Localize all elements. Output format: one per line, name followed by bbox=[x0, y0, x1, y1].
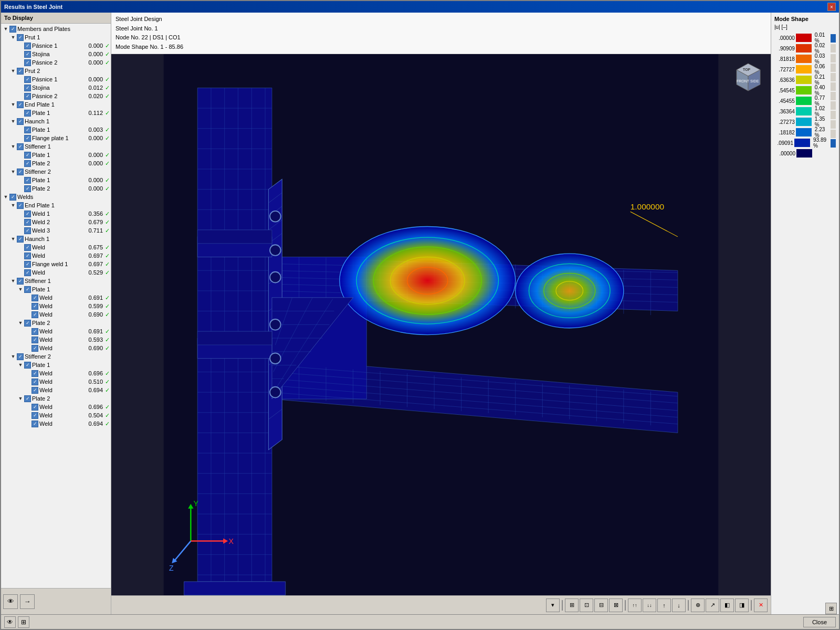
tree-item-s2p2w2[interactable]: Weld 0.504 ✓ bbox=[2, 411, 110, 419]
tree-item-haunch1-plate1[interactable]: Plate 1 0.003 ✓ bbox=[2, 125, 110, 134]
tree-item-s1p2w1[interactable]: Weld 0.691 ✓ bbox=[2, 327, 110, 335]
tree-item-weld2[interactable]: Weld 2 0.679 ✓ bbox=[2, 218, 110, 226]
tree-item-s1p2w2[interactable]: Weld 0.593 ✓ bbox=[2, 335, 110, 344]
tree-item-weld3[interactable]: Weld 3 0.711 ✓ bbox=[2, 226, 110, 235]
tree-item-haunch1-flangeplate1[interactable]: Flange plate 1 0.000 ✓ bbox=[2, 134, 110, 142]
cb[interactable] bbox=[32, 379, 38, 385]
cb[interactable] bbox=[32, 412, 38, 419]
tree-item-haunch1-weld3[interactable]: Weld 0.529 ✓ bbox=[2, 268, 110, 277]
cb[interactable] bbox=[24, 76, 31, 83]
cb[interactable] bbox=[17, 68, 24, 75]
toolbar-right[interactable]: ◨ bbox=[735, 598, 749, 612]
tree-item-welds[interactable]: ▼ Welds bbox=[2, 193, 110, 201]
cb[interactable] bbox=[24, 269, 31, 276]
tree-item-stiffener1-plate1[interactable]: Plate 1 0.000 ✓ bbox=[2, 151, 110, 159]
cb[interactable] bbox=[24, 320, 31, 327]
cb[interactable] bbox=[32, 303, 38, 310]
cb[interactable] bbox=[24, 160, 31, 167]
navigate-button[interactable]: → bbox=[20, 594, 35, 609]
cb[interactable] bbox=[24, 85, 31, 91]
toolbar-left[interactable]: ◧ bbox=[720, 598, 734, 612]
cb[interactable] bbox=[9, 194, 16, 201]
toolbar-x[interactable]: ✕ bbox=[754, 598, 768, 612]
tree-item-stiffener2[interactable]: ▼ Stiffener 2 bbox=[2, 167, 110, 176]
tree-item-haunch1-weld2[interactable]: Weld 0.697 ✓ bbox=[2, 251, 110, 260]
cb[interactable] bbox=[32, 295, 38, 301]
tree-item-prut1-pasnice2[interactable]: Pásnice 2 0.000 ✓ bbox=[2, 58, 110, 67]
tree-item-welds-stiffener2[interactable]: ▼ Stiffener 2 bbox=[2, 352, 110, 361]
cb[interactable] bbox=[17, 118, 24, 125]
members-checkbox[interactable] bbox=[9, 26, 16, 33]
tree-item-welds-stiffener1[interactable]: ▼ Stiffener 1 bbox=[2, 277, 110, 285]
tree-item-haunch1-weld1[interactable]: Weld 0.675 ✓ bbox=[2, 243, 110, 251]
cb[interactable] bbox=[24, 219, 31, 226]
toolbar-select[interactable]: ⊡ bbox=[580, 598, 593, 612]
cb[interactable] bbox=[24, 177, 31, 184]
tree-container[interactable]: ▼ Members and Plates ▼ Prut 1 Pásnice 1 … bbox=[1, 24, 111, 588]
toolbar-up[interactable]: ↑ bbox=[657, 598, 671, 612]
cb[interactable] bbox=[32, 370, 38, 377]
prut1-checkbox[interactable] bbox=[17, 34, 24, 41]
toolbar-cancel[interactable]: ⊠ bbox=[609, 598, 623, 612]
cb[interactable] bbox=[24, 261, 31, 268]
cb[interactable] bbox=[24, 395, 31, 402]
tree-item-haunch1-flangeweld1[interactable]: Flange weld 1 0.697 ✓ bbox=[2, 260, 110, 268]
expand-prut1[interactable]: ▼ bbox=[9, 34, 17, 41]
cb[interactable] bbox=[32, 404, 38, 411]
tree-item-prut1[interactable]: ▼ Prut 1 bbox=[2, 33, 110, 41]
tree-item-s1p1w3[interactable]: Weld 0.690 ✓ bbox=[2, 310, 110, 319]
tree-item-s1p2w3[interactable]: Weld 0.690 ✓ bbox=[2, 344, 110, 352]
cb[interactable] bbox=[24, 185, 31, 192]
legend-settings-button[interactable]: ⊞ bbox=[825, 603, 837, 614]
cb[interactable] bbox=[17, 353, 24, 360]
tree-item-weld1[interactable]: Weld 1 0.356 ✓ bbox=[2, 209, 110, 218]
tree-item-s2p2w3[interactable]: Weld 0.694 ✓ bbox=[2, 419, 110, 428]
tree-item-stiffener2-plate2[interactable]: Plate 2 0.000 ✓ bbox=[2, 184, 110, 193]
cb[interactable] bbox=[32, 311, 38, 318]
tree-item-prut1-stojina[interactable]: Stojina 0.000 ✓ bbox=[2, 50, 110, 58]
cb[interactable] bbox=[24, 227, 31, 234]
cb[interactable] bbox=[17, 143, 24, 150]
tree-item-welds-endplate1[interactable]: ▼ End Plate 1 bbox=[2, 201, 110, 209]
tree-item-prut2-pasnice2[interactable]: Pásnice 2 0.020 ✓ bbox=[2, 92, 110, 100]
cb[interactable] bbox=[17, 278, 24, 285]
cb[interactable] bbox=[24, 253, 31, 259]
cb[interactable] bbox=[24, 110, 31, 117]
tree-item-prut2-pasnice1[interactable]: Pásnice 1 0.000 ✓ bbox=[2, 75, 110, 83]
tree-item-stiffener1[interactable]: ▼ Stiffener 1 bbox=[2, 142, 110, 151]
toolbar-dropdown[interactable]: ▾ bbox=[546, 598, 560, 612]
viewport-area[interactable]: 1.000000 Y X bbox=[111, 54, 771, 595]
cb[interactable] bbox=[17, 202, 24, 209]
tree-item-s1-plate1[interactable]: ▼ Plate 1 bbox=[2, 285, 110, 293]
cb[interactable] bbox=[24, 152, 31, 159]
tree-item-stiffener2-plate1[interactable]: Plate 1 0.000 ✓ bbox=[2, 176, 110, 184]
cb[interactable] bbox=[32, 345, 38, 352]
cb[interactable] bbox=[17, 236, 24, 243]
tree-item-s2p1w1[interactable]: Weld 0.696 ✓ bbox=[2, 369, 110, 377]
toolbar-down-down[interactable]: ↓↓ bbox=[643, 598, 656, 612]
cb[interactable] bbox=[24, 244, 31, 251]
toolbar-fit[interactable]: ↗ bbox=[706, 598, 719, 612]
status-grid-button[interactable]: ⊞ bbox=[18, 616, 29, 628]
cb[interactable] bbox=[24, 362, 31, 369]
cb[interactable] bbox=[24, 43, 31, 49]
tree-item-s1p1w1[interactable]: Weld 0.691 ✓ bbox=[2, 293, 110, 302]
tree-item-s2p1w2[interactable]: Weld 0.510 ✓ bbox=[2, 377, 110, 386]
tree-item-endplate1[interactable]: ▼ End Plate 1 bbox=[2, 100, 110, 109]
tree-item-prut1-pasnice1[interactable]: Pásnice 1 0.000 ✓ bbox=[2, 41, 110, 50]
toolbar-deselect[interactable]: ⊟ bbox=[594, 598, 608, 612]
tree-item-s2-plate2[interactable]: ▼ Plate 2 bbox=[2, 394, 110, 403]
tree-root-members[interactable]: ▼ Members and Plates bbox=[2, 25, 110, 33]
tree-item-s2p1w3[interactable]: Weld 0.694 ✓ bbox=[2, 386, 110, 394]
cb[interactable] bbox=[32, 337, 38, 343]
toolbar-up-up[interactable]: ↑↑ bbox=[628, 598, 642, 612]
cb[interactable] bbox=[24, 286, 31, 293]
navigation-cube[interactable]: TOP FRONT SIDE bbox=[731, 59, 765, 93]
cb[interactable] bbox=[17, 101, 24, 108]
cb[interactable] bbox=[24, 211, 31, 217]
cb[interactable] bbox=[24, 59, 31, 66]
tree-item-prut2[interactable]: ▼ Prut 2 bbox=[2, 67, 110, 75]
cb[interactable] bbox=[24, 135, 31, 142]
tree-item-s1-plate2[interactable]: ▼ Plate 2 bbox=[2, 319, 110, 327]
tree-item-s1p1w2[interactable]: Weld 0.599 ✓ bbox=[2, 302, 110, 310]
